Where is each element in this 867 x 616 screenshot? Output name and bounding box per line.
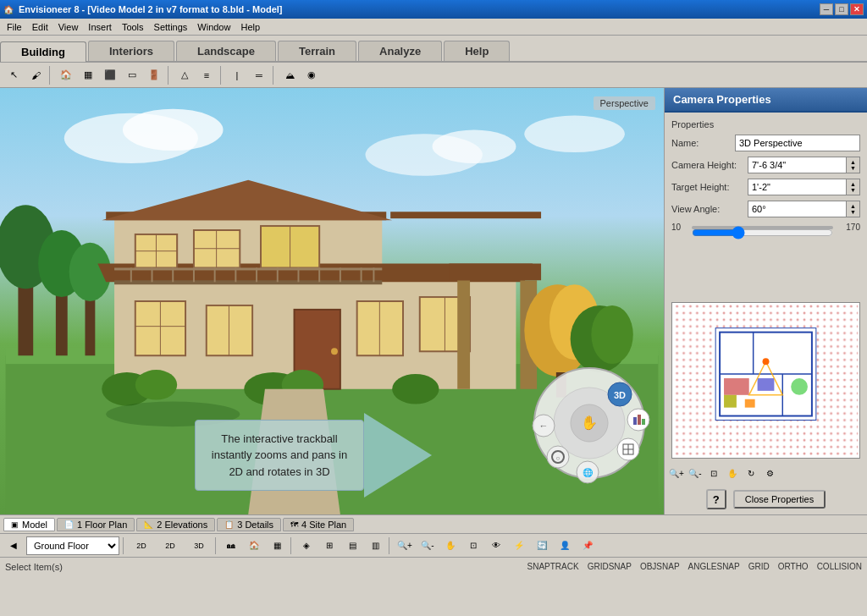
floor-extra-4[interactable]: 🔄 xyxy=(532,536,552,555)
window-tool[interactable]: ▭ xyxy=(122,65,142,85)
view-2d-plan[interactable]: 2D xyxy=(157,536,184,555)
menu-tools[interactable]: Tools xyxy=(117,21,149,33)
spin-up-3[interactable]: ▲ xyxy=(850,203,856,209)
btab-elevations[interactable]: 📐 2 Elevations xyxy=(136,518,215,531)
beam-tool[interactable]: ═ xyxy=(249,65,269,85)
status-message: Select Item(s) xyxy=(5,562,527,572)
view-angle-input[interactable] xyxy=(748,201,847,217)
close-properties-button[interactable]: Close Properties xyxy=(733,490,826,509)
zoom-out-floor[interactable]: 🔍- xyxy=(417,536,438,555)
tab-help[interactable]: Help xyxy=(444,41,510,61)
select-tool[interactable]: ↖ xyxy=(3,65,24,85)
toolbar-sep-1 xyxy=(49,66,52,85)
view-3d[interactable]: 3D xyxy=(186,536,212,555)
angle-slider-track[interactable] xyxy=(692,226,833,229)
spin-up-2[interactable]: ▲ xyxy=(850,181,856,187)
svg-point-1 xyxy=(123,109,224,151)
camera-height-row: Camera Height: ▲ ▼ xyxy=(671,157,860,173)
btab-site-label: 4 Site Plan xyxy=(301,520,346,530)
restore-button[interactable]: □ xyxy=(835,3,848,15)
spin-down[interactable]: ▼ xyxy=(850,165,856,171)
tab-interiors[interactable]: Interiors xyxy=(88,41,174,61)
roof-tool[interactable]: △ xyxy=(174,65,195,85)
menu-file[interactable]: File xyxy=(2,21,27,33)
camera-height-label: Camera Height: xyxy=(671,160,748,170)
view-angle-spinner[interactable]: ▲ ▼ xyxy=(847,201,860,217)
rotate-button[interactable]: ↻ xyxy=(743,465,759,481)
floor-extra-1[interactable]: ⊡ xyxy=(463,536,483,555)
door-tool[interactable]: 🚪 xyxy=(144,65,164,85)
stair-tool[interactable]: ≡ xyxy=(196,65,217,85)
settings-button[interactable]: ⚙ xyxy=(761,465,778,481)
pan-button[interactable]: ✋ xyxy=(724,465,741,481)
toolbar: ↖ 🖌 🏠 ▦ ⬛ ▭ 🚪 △ ≡ | ═ ⛰ ◉ xyxy=(0,63,867,88)
floor-sep-1 xyxy=(123,537,125,554)
object-tool[interactable]: ◉ xyxy=(301,65,322,85)
svg-rect-98 xyxy=(724,378,749,395)
floor-tool-5[interactable]: ⊞ xyxy=(319,536,340,555)
floor-tool-4[interactable]: ◈ xyxy=(296,536,317,555)
viewport[interactable]: Perspective xyxy=(0,88,664,514)
menu-insert[interactable]: Insert xyxy=(83,21,117,33)
btab-model[interactable]: ▣ Model xyxy=(3,518,55,531)
view-2d[interactable]: 2D xyxy=(129,536,154,555)
fit-button[interactable]: ⊡ xyxy=(705,465,722,481)
floor-selector[interactable]: Ground Floor First Floor Second Floor Ba… xyxy=(26,536,119,555)
spin-up[interactable]: ▲ xyxy=(850,159,856,165)
view-angle-label: View Angle: xyxy=(671,204,748,214)
slider-max-label: 170 xyxy=(837,223,860,232)
camera-height-spinner[interactable]: ▲ ▼ xyxy=(847,157,860,173)
svg-point-66 xyxy=(591,305,632,364)
zoom-in-button[interactable]: 🔍+ xyxy=(668,465,685,481)
angle-slider[interactable] xyxy=(692,226,833,239)
menu-view[interactable]: View xyxy=(53,21,84,33)
btab-details[interactable]: 📋 3 Details xyxy=(217,518,281,531)
pan-floor[interactable]: ✋ xyxy=(440,536,461,555)
menu-settings[interactable]: Settings xyxy=(149,21,193,33)
zoom-out-button[interactable]: 🔍- xyxy=(687,465,704,481)
btab-site-plan[interactable]: 🗺 4 Site Plan xyxy=(283,518,354,531)
titlebar-controls: ─ □ ✕ xyxy=(820,3,864,15)
tab-landscape[interactable]: Landscape xyxy=(176,41,276,61)
trackball-control[interactable]: 3D ✋ ← ○ xyxy=(528,362,647,481)
toolbar-sep-4 xyxy=(273,66,276,85)
menu-edit[interactable]: Edit xyxy=(27,21,53,33)
column-tool[interactable]: | xyxy=(227,65,247,85)
wall-tool[interactable]: ▦ xyxy=(78,65,98,85)
prev-floor-button[interactable]: ◀ xyxy=(3,536,24,555)
close-button[interactable]: ✕ xyxy=(850,3,864,15)
house-tool[interactable]: 🏠 xyxy=(56,65,76,85)
floor-tool-7[interactable]: ▥ xyxy=(365,536,385,555)
name-input[interactable] xyxy=(735,135,860,151)
trackball-svg[interactable]: 3D ✋ ← ○ xyxy=(528,362,651,485)
minimize-button[interactable]: ─ xyxy=(820,3,833,15)
toolbar-sep-3 xyxy=(220,66,224,85)
view-angle-row: View Angle: ▲ ▼ xyxy=(671,201,860,217)
floor-tool-6[interactable]: ▤ xyxy=(342,536,362,555)
terrain-tool[interactable]: ⛰ xyxy=(279,65,300,85)
btab-floor-plan[interactable]: 📄 1 Floor Plan xyxy=(57,518,135,531)
floor-tool-2[interactable]: 🏠 xyxy=(244,536,264,555)
tab-analyze[interactable]: Analyze xyxy=(358,41,442,61)
tab-building[interactable]: Building xyxy=(0,41,86,62)
tab-terrain[interactable]: Terrain xyxy=(278,41,356,61)
btab-details-label: 3 Details xyxy=(237,520,273,530)
menu-help[interactable]: Help xyxy=(235,21,265,33)
camera-height-input[interactable] xyxy=(748,157,847,173)
floor-extra-2[interactable]: 👁 xyxy=(486,536,506,555)
floor-extra-5[interactable]: 👤 xyxy=(555,536,575,555)
floor-extra-6[interactable]: 📌 xyxy=(577,536,598,555)
spin-down-2[interactable]: ▼ xyxy=(850,187,856,193)
floor-tool-3[interactable]: ▦ xyxy=(267,536,287,555)
help-button[interactable]: ? xyxy=(706,489,726,509)
zoom-in-floor[interactable]: 🔍+ xyxy=(395,536,415,555)
target-height-input[interactable] xyxy=(748,179,847,195)
floor-extra-3[interactable]: ⚡ xyxy=(509,536,529,555)
toolbar-sep-2 xyxy=(168,66,171,85)
floor-tool-1[interactable]: 🏘 xyxy=(221,536,241,555)
spin-down-3[interactable]: ▼ xyxy=(850,209,856,215)
target-height-spinner[interactable]: ▲ ▼ xyxy=(847,179,860,195)
paint-tool[interactable]: 🖌 xyxy=(25,65,46,85)
room-tool[interactable]: ⬛ xyxy=(100,65,120,85)
menu-window[interactable]: Window xyxy=(192,21,235,33)
